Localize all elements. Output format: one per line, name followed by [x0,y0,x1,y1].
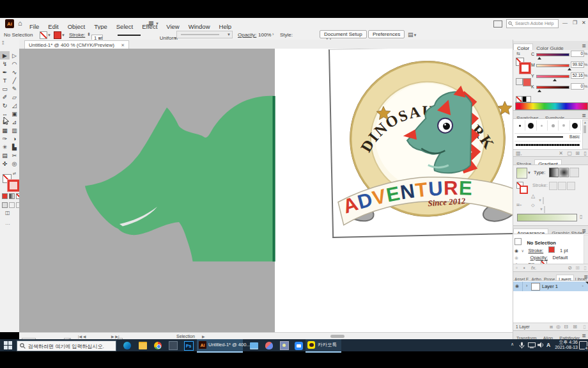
hancom-taskbar-icon[interactable] [167,340,179,351]
status-expand-icon[interactable]: ▶ [202,334,205,339]
horizontal-scrollbar-thumb[interactable] [330,335,344,338]
tool-perspective-grid[interactable]: ⊿ [10,118,19,126]
tool-slice[interactable]: ✂ [10,151,19,159]
first-artboard-icon[interactable]: |◀ ◀ [78,334,86,339]
stroke-proxy-active[interactable] [8,180,19,191]
layers-panel-menu-icon[interactable]: ≣ [584,274,588,280]
microphone-tray-icon[interactable] [519,342,525,349]
tool-direct-selection[interactable]: ▷ [10,51,19,60]
tool-scale[interactable]: ◿ [10,101,19,109]
brushes-panel-menu-icon[interactable]: ≣ [582,113,586,118]
stroke-weight-stepper[interactable]: ⬍ [87,32,91,37]
stroke-panel-link[interactable]: Stroke: [69,32,85,38]
paint-taskbar-icon[interactable] [263,340,275,351]
document-tab-close-icon[interactable]: ✕ [121,43,125,47]
gradient-stroke-within-button[interactable] [549,182,557,190]
color-panel-menu-icon[interactable]: ≣ [582,43,586,49]
ime-indicator[interactable]: A [546,342,550,348]
opacity-link[interactable]: Opacity: [238,32,256,38]
channel-slider[interactable] [536,53,569,56]
arrange-documents-icon[interactable]: ▦ ▼ [148,20,159,26]
brush-item[interactable] [537,120,548,131]
edge-taskbar-icon[interactable] [121,340,133,351]
gradient-reverse-icon[interactable]: ▯ [580,214,582,220]
scroll-thumb[interactable] [584,125,586,133]
gradient-freeform-button[interactable] [569,168,579,177]
color-none-button[interactable] [516,96,522,102]
layer-expand-icon[interactable]: › [526,284,527,288]
locate-object-icon[interactable]: ◎ [556,324,561,330]
teamviewer-taskbar-icon[interactable] [248,340,259,351]
make-clip-mask-icon[interactable]: ⧈ [550,324,553,330]
add-new-stroke-icon[interactable]: ▫ [516,265,518,271]
brush-item[interactable] [570,120,581,131]
layer-visibility-icon[interactable]: ◉ [515,284,519,289]
fill-color-caret[interactable]: ▼ [47,33,51,37]
canvas[interactable]: DINOSAUR PARK [19,49,513,332]
document-setup-button[interactable]: Document Setup [320,30,367,38]
tool-mesh[interactable]: ▦ [0,126,10,134]
remove-brush-stroke-icon[interactable]: ✕ [559,150,563,156]
tool-column-graph[interactable]: ▙ [10,143,19,151]
photos-taskbar-icon[interactable] [279,340,290,351]
gradient-button[interactable] [9,193,15,199]
slider-marker[interactable] [553,79,557,81]
gradient-aspect-select[interactable]: ▼ [544,206,545,213]
tool-free-transform[interactable]: ▣ [10,109,19,118]
gradient-linear-button[interactable] [549,168,559,177]
tool-symbol-sprayer[interactable]: ✳ [0,143,10,151]
photoshop-taskbar-icon[interactable]: Ps [183,340,194,351]
tool-eyedropper[interactable]: ✑ [0,134,10,143]
layer-name[interactable]: Layer 1 [542,284,558,289]
window-restore-button[interactable]: ❐ [573,20,577,26]
gradient-stroke-proxy[interactable] [520,186,528,194]
new-brush-icon[interactable]: ⊞ [575,150,580,156]
delete-layer-icon[interactable]: ▯ [584,324,586,330]
new-layer-icon[interactable]: ⊞ [573,324,577,330]
channel-value-field[interactable]: 52.16 [571,72,584,79]
network-tray-icon[interactable] [528,342,536,348]
draw-normal-mode[interactable] [2,202,8,208]
color-spectrum-bar[interactable] [515,102,588,110]
tool-curvature[interactable]: ∿ [10,68,19,76]
tool-type[interactable]: T [0,76,10,84]
layer-row[interactable]: ◉ › Layer 1 ◦ [513,282,588,291]
edit-toolbar-icon[interactable]: … [5,220,11,226]
tool-pen[interactable]: ✒ [0,68,10,76]
channel-slider[interactable] [536,75,569,78]
clock[interactable]: 오후 4:36 2021-08-13 [553,340,578,350]
delete-brush-icon[interactable]: ▯ [584,150,587,156]
brush-libraries-icon[interactable]: ▥, [516,150,522,156]
taskbar-search-box[interactable]: 검색하려면 여기에 입력하십시오. [17,340,116,351]
tool-gradient[interactable]: ▥ [10,126,19,134]
tool-blend[interactable]: ◑ [10,134,19,143]
channel-value-field[interactable]: 99.92 [571,61,584,68]
brush-item[interactable] [548,120,559,131]
gradient-stroke-across-button[interactable] [567,182,575,190]
new-sublayer-icon[interactable]: ⊟ [564,324,568,330]
stroke-color-caret[interactable]: ▼ [61,33,65,37]
start-button[interactable] [4,341,12,349]
swap-fill-stroke-icon[interactable]: ⇄ [13,171,16,175]
tool-rotate[interactable]: ↻ [0,101,10,109]
slider-marker[interactable] [538,90,541,92]
gradient-thumb-caret[interactable]: ▼ [527,171,531,175]
gradient-thumbnail[interactable] [516,168,527,179]
notification-center-icon[interactable]: 4 [579,341,587,349]
last-artboard-icon[interactable]: ▶ ▶| [111,334,119,339]
help-search-box[interactable]: Search Adobe Help [506,19,559,28]
tool-hand[interactable]: ✜ [0,159,10,168]
brushes-scrollbar[interactable]: ▲ [582,120,588,149]
brush-item[interactable] [559,120,569,131]
color-button[interactable] [2,193,8,199]
slider-marker[interactable] [568,68,571,70]
brush-item[interactable] [514,120,525,131]
gradient-slider-bar[interactable] [517,214,577,221]
tray-hidden-icons-chevron[interactable]: ∧ [511,342,514,347]
fill-color-swatch[interactable] [40,31,47,39]
stroke-color-swatch[interactable] [54,31,61,39]
gradient-angle-select[interactable]: ▼ [543,197,544,204]
channel-slider[interactable] [536,64,569,67]
gradient-stroke-along-button[interactable] [558,182,566,190]
appearance-scrollbar[interactable] [584,235,588,264]
